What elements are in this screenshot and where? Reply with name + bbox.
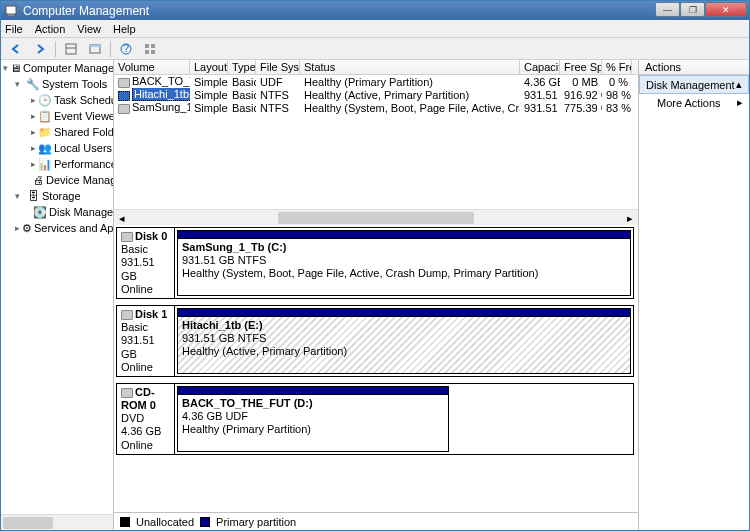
tree-devmgr[interactable]: 🖨Device Manager bbox=[1, 172, 113, 188]
svg-rect-9 bbox=[151, 44, 155, 48]
col-free[interactable]: Free Space bbox=[560, 60, 602, 74]
partition[interactable]: SamSung_1_Tb (C:) 931.51 GB NTFS Healthy… bbox=[177, 230, 631, 296]
legend: Unallocated Primary partition bbox=[114, 512, 638, 530]
drive-icon bbox=[118, 104, 130, 114]
services-icon: ⚙ bbox=[22, 221, 32, 235]
svg-rect-5 bbox=[90, 45, 100, 47]
volume-header[interactable]: Volume Layout Type File System Status Ca… bbox=[114, 60, 638, 75]
refresh-button[interactable] bbox=[84, 39, 106, 59]
col-type[interactable]: Type bbox=[228, 60, 256, 74]
disk-row[interactable]: Disk 0 Basic931.51 GBOnline SamSung_1_Tb… bbox=[116, 227, 634, 299]
hdd-icon bbox=[121, 310, 133, 320]
close-button[interactable]: ✕ bbox=[705, 2, 747, 17]
svg-rect-2 bbox=[66, 44, 76, 54]
disk-map[interactable]: Disk 0 Basic931.51 GBOnline SamSung_1_Tb… bbox=[114, 225, 638, 512]
actions-diskmgmt[interactable]: Disk Management▴ bbox=[639, 75, 749, 94]
chevron-right-icon: ▸ bbox=[737, 96, 743, 109]
volume-row-selected[interactable]: Hitachi_1tb (E:) SimpleBasic NTFSHealthy… bbox=[114, 88, 638, 101]
legend-swatch-primary bbox=[200, 517, 210, 527]
scroll-right-icon[interactable]: ▸ bbox=[622, 210, 638, 225]
window-buttons: — ❐ ✕ bbox=[655, 2, 747, 19]
h-scrollbar[interactable]: ◂ ▸ bbox=[114, 209, 638, 225]
volume-row[interactable]: SamSung_1_Tb (C:) SimpleBasic NTFSHealth… bbox=[114, 101, 638, 114]
cdrom-icon bbox=[121, 388, 133, 398]
back-button[interactable] bbox=[5, 39, 27, 59]
views-button[interactable] bbox=[60, 39, 82, 59]
event-icon: 📋 bbox=[38, 109, 52, 123]
separator bbox=[110, 41, 111, 57]
help-button[interactable]: ? bbox=[115, 39, 137, 59]
svg-rect-0 bbox=[6, 6, 16, 14]
menu-help[interactable]: Help bbox=[113, 23, 136, 35]
center-pane: Volume Layout Type File System Status Ca… bbox=[114, 60, 639, 530]
folder-icon: 📁 bbox=[38, 125, 52, 139]
disk-row[interactable]: Disk 1 Basic931.51 GBOnline Hitachi_1tb … bbox=[116, 305, 634, 377]
volume-row[interactable]: BACK_TO_THE_F... SimpleBasic UDFHealthy … bbox=[114, 75, 638, 88]
device-icon: 🖨 bbox=[33, 173, 44, 187]
svg-rect-11 bbox=[151, 50, 155, 54]
minimize-button[interactable]: — bbox=[655, 2, 680, 17]
col-capacity[interactable]: Capacity bbox=[520, 60, 560, 74]
col-layout[interactable]: Layout bbox=[190, 60, 228, 74]
storage-icon: 🗄 bbox=[26, 189, 40, 203]
computer-icon: 🖥 bbox=[10, 61, 21, 75]
menubar: File Action View Help bbox=[1, 20, 749, 38]
window-title: Computer Management bbox=[23, 4, 655, 18]
clock-icon: 🕒 bbox=[38, 93, 52, 107]
disk-row[interactable]: CD-ROM 0 DVD4.36 GBOnline BACK_TO_THE_FU… bbox=[116, 383, 634, 455]
settings-button[interactable] bbox=[139, 39, 161, 59]
tree-eventviewer[interactable]: ▸📋Event Viewer bbox=[1, 108, 113, 124]
col-pctfree[interactable]: % Free bbox=[602, 60, 632, 74]
chevron-up-icon: ▴ bbox=[736, 78, 742, 91]
tree-sharedfolders[interactable]: ▸📁Shared Folders bbox=[1, 124, 113, 140]
forward-button[interactable] bbox=[29, 39, 51, 59]
disk-info: Disk 1 Basic931.51 GBOnline bbox=[117, 306, 175, 376]
volume-list[interactable]: BACK_TO_THE_F... SimpleBasic UDFHealthy … bbox=[114, 75, 638, 225]
tree-performance[interactable]: ▸📊Performance bbox=[1, 156, 113, 172]
actions-pane: Actions Disk Management▴ More Actions▸ bbox=[639, 60, 749, 530]
menu-action[interactable]: Action bbox=[35, 23, 66, 35]
hdd-icon bbox=[121, 232, 133, 242]
tree-systools[interactable]: ▾🔧System Tools bbox=[1, 76, 113, 92]
col-volume[interactable]: Volume bbox=[114, 60, 190, 74]
scroll-left-icon[interactable]: ◂ bbox=[114, 210, 130, 225]
legend-swatch-unallocated bbox=[120, 517, 130, 527]
separator bbox=[55, 41, 56, 57]
legend-unallocated: Unallocated bbox=[136, 516, 194, 528]
menu-file[interactable]: File bbox=[5, 23, 23, 35]
tree-root[interactable]: ▾🖥Computer Management (Loc bbox=[1, 60, 113, 76]
titlebar: Computer Management — ❐ ✕ bbox=[1, 1, 749, 20]
partition[interactable]: Hitachi_1tb (E:) 931.51 GB NTFS Healthy … bbox=[177, 308, 631, 374]
partition[interactable]: BACK_TO_THE_FUT (D:) 4.36 GB UDF Healthy… bbox=[177, 386, 449, 452]
actions-more[interactable]: More Actions▸ bbox=[639, 94, 749, 111]
menu-view[interactable]: View bbox=[77, 23, 101, 35]
tree-scrollbar[interactable] bbox=[1, 514, 113, 530]
svg-rect-10 bbox=[145, 50, 149, 54]
users-icon: 👥 bbox=[38, 141, 52, 155]
svg-text:?: ? bbox=[123, 42, 129, 54]
drive-icon bbox=[118, 91, 130, 101]
maximize-button[interactable]: ❐ bbox=[680, 2, 705, 17]
tree-localusers[interactable]: ▸👥Local Users and Group bbox=[1, 140, 113, 156]
disk-icon: 💽 bbox=[33, 205, 47, 219]
tree-diskmgmt[interactable]: 💽Disk Management bbox=[1, 204, 113, 220]
content: ▾🖥Computer Management (Loc ▾🔧System Tool… bbox=[1, 60, 749, 530]
legend-primary: Primary partition bbox=[216, 516, 296, 528]
svg-rect-1 bbox=[8, 14, 14, 16]
tree-storage[interactable]: ▾🗄Storage bbox=[1, 188, 113, 204]
svg-rect-8 bbox=[145, 44, 149, 48]
nav-tree[interactable]: ▾🖥Computer Management (Loc ▾🔧System Tool… bbox=[1, 60, 114, 530]
tree-services[interactable]: ▸⚙Services and Applications bbox=[1, 220, 113, 236]
col-status[interactable]: Status bbox=[300, 60, 520, 74]
col-fs[interactable]: File System bbox=[256, 60, 300, 74]
perf-icon: 📊 bbox=[38, 157, 52, 171]
tree-tasksched[interactable]: ▸🕒Task Scheduler bbox=[1, 92, 113, 108]
actions-header: Actions bbox=[639, 60, 749, 75]
toolbar: ? bbox=[1, 38, 749, 60]
disk-info: Disk 0 Basic931.51 GBOnline bbox=[117, 228, 175, 298]
app-icon bbox=[5, 4, 19, 18]
tools-icon: 🔧 bbox=[26, 77, 40, 91]
disk-info: CD-ROM 0 DVD4.36 GBOnline bbox=[117, 384, 175, 454]
disc-icon bbox=[118, 78, 130, 88]
